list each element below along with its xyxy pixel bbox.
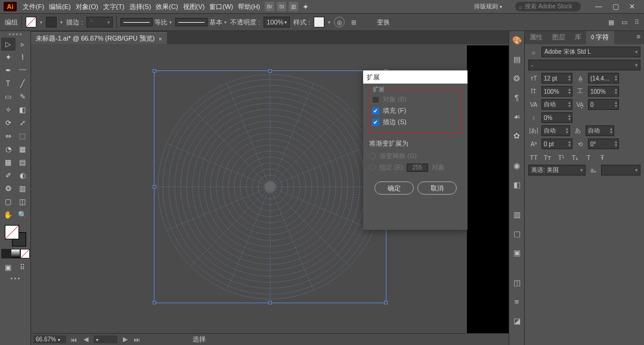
rectangle-tool[interactable]: ▭ bbox=[1, 90, 16, 103]
brushes-panel-icon[interactable]: ▤ bbox=[512, 54, 522, 64]
close-tab-icon[interactable]: × bbox=[158, 35, 162, 42]
stroke-swatch[interactable] bbox=[46, 17, 57, 27]
caps-small-button[interactable]: Tᴛ bbox=[542, 153, 553, 162]
auto-2-field[interactable]: 自动▴▾ bbox=[586, 125, 614, 136]
shaper-tool[interactable]: ✧ bbox=[1, 103, 16, 116]
paintbrush-tool[interactable]: ✎ bbox=[16, 90, 30, 103]
menu-window[interactable]: 窗口(W) bbox=[207, 2, 236, 11]
window-maximize[interactable]: ▢ bbox=[607, 2, 624, 11]
hscale-field[interactable]: 100%▴▾ bbox=[588, 86, 619, 97]
slice-tool[interactable]: ◫ bbox=[16, 195, 30, 208]
blend-tool[interactable]: ◐ bbox=[16, 169, 30, 182]
paragraph-panel-icon[interactable]: ¶ bbox=[512, 92, 522, 103]
font-family-field[interactable]: Adobe 宋体 Std L▾ bbox=[541, 47, 640, 57]
clover-panel-icon[interactable]: ✿ bbox=[512, 130, 522, 141]
shape-builder-tool[interactable]: ◔ bbox=[1, 143, 16, 156]
stock-icon[interactable]: St bbox=[277, 2, 286, 11]
graphic-styles-panel-icon[interactable]: ◧ bbox=[512, 179, 522, 190]
tab-character[interactable]: ◊ 字符 bbox=[586, 31, 614, 44]
baseline-shift-field[interactable]: 0 pt▴▾ bbox=[541, 138, 572, 149]
perspective-tool[interactable]: ▦ bbox=[16, 143, 30, 156]
transform-panel-icon[interactable]: ◫ bbox=[512, 277, 522, 288]
artboards-panel-icon[interactable]: ▣ bbox=[512, 247, 522, 258]
free-transform-tool[interactable]: ⬚ bbox=[16, 130, 30, 143]
type-tool[interactable]: T bbox=[1, 77, 16, 90]
language-field[interactable]: 英语: 美国▾ bbox=[528, 165, 586, 175]
underline-button[interactable]: T bbox=[583, 153, 594, 162]
appearance-panel-icon[interactable]: ◉ bbox=[512, 160, 522, 171]
mesh-tool[interactable]: ▩ bbox=[1, 156, 16, 169]
bridge-icon[interactable]: Br bbox=[265, 2, 274, 11]
selection-tool[interactable]: ▷ bbox=[1, 38, 16, 51]
zoom-tool[interactable]: 🔍 bbox=[16, 208, 30, 221]
document-tab[interactable]: 未标题-1.ai* @ 66.67% (RGB/GPU 预览) × bbox=[31, 32, 167, 44]
lasso-tool[interactable]: ⌇ bbox=[16, 51, 30, 64]
expand-dock-icon[interactable]: ▭ bbox=[621, 19, 627, 26]
brush-definition[interactable] bbox=[175, 18, 208, 26]
expand-fill-checkbox[interactable]: ✔填充 (F) bbox=[372, 105, 459, 116]
eraser-tool[interactable]: ◧ bbox=[16, 103, 30, 116]
curvature-tool[interactable]: 〰 bbox=[16, 64, 30, 77]
auto-1-field[interactable]: 自动▴▾ bbox=[541, 125, 570, 136]
edit-toolbar[interactable]: ⠿ bbox=[16, 261, 30, 274]
more-tools[interactable] bbox=[11, 278, 20, 279]
color-mode-solid[interactable] bbox=[1, 249, 11, 258]
menu-edit[interactable]: 编辑(E) bbox=[47, 2, 73, 11]
layout-dropdown[interactable]: 排版规则 ▾ bbox=[473, 2, 510, 11]
zoom-field[interactable]: 66.67% ▾ bbox=[33, 335, 66, 343]
color-mode-none[interactable] bbox=[20, 249, 30, 258]
artboard-nav-field[interactable]: ▾ bbox=[94, 335, 117, 343]
shape-icon[interactable] bbox=[363, 17, 373, 27]
menu-file[interactable]: 文件(F) bbox=[20, 2, 47, 11]
window-minimize[interactable]: — bbox=[590, 2, 607, 11]
layers-panel-icon[interactable]: ▥ bbox=[512, 209, 522, 220]
symbol-sprayer-tool[interactable]: ❂ bbox=[1, 182, 16, 195]
gpu-icon[interactable]: ✦ bbox=[301, 2, 310, 11]
panel-menu-icon[interactable]: ≡ bbox=[633, 31, 644, 44]
glyph-panel-icon[interactable]: ☙ bbox=[512, 111, 522, 122]
selection-bounding-box[interactable] bbox=[154, 70, 386, 303]
window-close[interactable]: ✕ bbox=[624, 2, 640, 11]
color-mode-gradient[interactable] bbox=[11, 249, 20, 258]
tab-layers[interactable]: 图层 bbox=[547, 31, 570, 44]
font-style-field[interactable]: -▾ bbox=[528, 60, 640, 70]
menu-select[interactable]: 选择(S) bbox=[127, 2, 154, 11]
graphic-style[interactable] bbox=[314, 17, 324, 27]
artboard-prev[interactable]: ◀ bbox=[82, 335, 90, 343]
arrange-icon[interactable]: ▥ bbox=[289, 2, 298, 11]
ok-button[interactable]: 确定 bbox=[374, 181, 414, 195]
isolate-icon[interactable]: ▦ bbox=[608, 19, 614, 26]
artboard-last[interactable]: ⏭ bbox=[133, 336, 141, 343]
artboard-next[interactable]: ▶ bbox=[121, 335, 129, 343]
adobe-stock-search[interactable]: ⌕ 搜索 Adobe Stock bbox=[515, 2, 581, 11]
screen-mode[interactable]: ▣ bbox=[1, 261, 16, 274]
opacity-field[interactable]: 100%▾ bbox=[264, 17, 290, 27]
cancel-button[interactable]: 取消 bbox=[417, 181, 457, 195]
transform-label[interactable]: 变换 bbox=[377, 18, 390, 27]
direct-selection-tool[interactable]: ▹ bbox=[16, 38, 30, 51]
caps-all-button[interactable]: TT bbox=[528, 153, 539, 162]
kerning-field[interactable]: 自动▴▾ bbox=[541, 99, 572, 110]
antialias-field[interactable]: ▾ bbox=[601, 165, 640, 175]
vpos-field[interactable]: 0%▴▾ bbox=[541, 112, 572, 123]
width-tool[interactable]: ⇔ bbox=[1, 130, 16, 143]
fill-stroke-control[interactable] bbox=[5, 225, 26, 247]
strikethrough-button[interactable]: Ŧ bbox=[597, 153, 608, 162]
graph-tool[interactable]: ▥ bbox=[16, 182, 30, 195]
gradient-tool[interactable]: ▤ bbox=[16, 156, 30, 169]
stroke-profile[interactable] bbox=[120, 18, 153, 26]
eyedropper-tool[interactable]: ✐ bbox=[1, 169, 16, 182]
symbols-panel-icon[interactable]: ❂ bbox=[512, 73, 522, 84]
asset-export-panel-icon[interactable]: ▢ bbox=[512, 228, 522, 239]
pen-tool[interactable]: ✒ bbox=[1, 64, 16, 77]
hand-tool[interactable]: ✋ bbox=[1, 208, 16, 221]
menu-view[interactable]: 视图(V) bbox=[181, 2, 208, 11]
tab-properties[interactable]: 属性 bbox=[525, 31, 547, 44]
align-panel-icon[interactable]: ≡ bbox=[512, 296, 522, 307]
superscript-button[interactable]: T¹ bbox=[556, 153, 566, 162]
scale-tool[interactable]: ⤢ bbox=[16, 116, 30, 130]
menu-object[interactable]: 对象(O) bbox=[73, 2, 101, 11]
menu-type[interactable]: 文字(T) bbox=[101, 2, 127, 11]
recolor-icon[interactable]: ◎ bbox=[334, 17, 345, 27]
fill-swatch[interactable] bbox=[26, 17, 36, 27]
